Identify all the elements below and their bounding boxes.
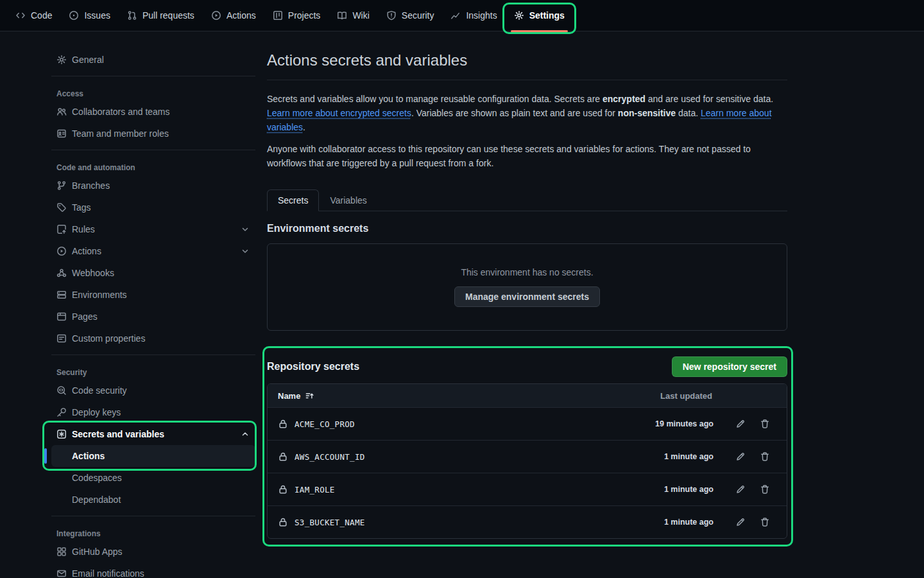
sidebar-item-custom-properties[interactable]: Custom properties	[51, 328, 255, 349]
nav-tab-label: Code	[31, 10, 52, 21]
sidebar-item-label: Dependabot	[72, 495, 121, 505]
tab-variables[interactable]: Variables	[319, 189, 377, 211]
mail-icon	[56, 568, 67, 578]
sidebar-item-webhooks[interactable]: Webhooks	[51, 262, 255, 284]
nav-tab-wiki[interactable]: Wiki	[330, 0, 375, 31]
secret-row: S3_BUCKET_NAME 1 minute ago	[268, 505, 787, 538]
settings-sidebar: General Access Collaborators and teams T…	[51, 49, 255, 578]
pencil-icon	[735, 484, 746, 495]
nav-tab-projects[interactable]: Projects	[266, 0, 327, 31]
emphasized-text: encrypted	[603, 94, 646, 104]
secret-row: AWS_ACCOUNT_ID 1 minute ago	[268, 440, 787, 473]
gear-icon	[56, 55, 67, 65]
repository-secrets-heading: Repository secrets	[267, 361, 359, 372]
note-icon	[56, 333, 67, 344]
emphasized-text: non-sensitive	[618, 108, 676, 118]
nav-tab-settings[interactable]: Settings	[508, 0, 571, 31]
sidebar-section-code-and-automation: Code and automation	[51, 155, 255, 175]
nav-tab-label: Insights	[466, 10, 497, 21]
graph-icon	[450, 10, 461, 21]
delete-secret-button[interactable]	[760, 517, 770, 527]
play-icon	[56, 246, 67, 256]
nav-tab-label: Pull requests	[142, 10, 194, 21]
pencil-icon	[735, 517, 746, 527]
sidebar-item-email-notifications[interactable]: Email notifications	[51, 563, 255, 578]
nav-tab-issues[interactable]: Issues	[62, 0, 116, 31]
sidebar-item-tags[interactable]: Tags	[51, 197, 255, 218]
edit-secret-button[interactable]	[735, 517, 746, 527]
secret-updated: 19 minutes ago	[655, 419, 714, 428]
sidebar-subitem-actions[interactable]: Actions	[51, 445, 255, 467]
column-name: Name	[278, 391, 314, 401]
code-icon	[15, 10, 26, 21]
active-tab-underline	[511, 30, 568, 32]
page-title: Actions secrets and variables	[267, 49, 787, 80]
codescan-icon	[56, 385, 67, 396]
sidebar-item-rules[interactable]: Rules	[51, 218, 255, 240]
nav-tab-actions[interactable]: Actions	[205, 0, 262, 31]
chevron-down-icon[interactable]	[240, 224, 250, 234]
secret-row-actions: 1 minute ago	[664, 517, 776, 527]
edit-secret-button[interactable]	[735, 484, 746, 495]
nav-tab-pull-requests[interactable]: Pull requests	[121, 0, 201, 31]
secret-row: ACME_CO_PROD 19 minutes ago	[268, 407, 787, 440]
lock-icon	[278, 517, 288, 527]
secrets-and-variables-group: Secrets and variables Actions	[51, 423, 255, 467]
nav-tab-label: Wiki	[352, 10, 369, 21]
nav-tab-label: Security	[402, 10, 434, 21]
secret-row-actions: 19 minutes ago	[655, 419, 776, 429]
delete-secret-button[interactable]	[760, 419, 770, 429]
sidebar-subitem-codespaces[interactable]: Codespaces	[51, 467, 255, 489]
sidebar-item-pages[interactable]: Pages	[51, 306, 255, 328]
sort-ascending-icon[interactable]	[305, 391, 314, 401]
shield-icon	[386, 10, 397, 21]
sidebar-divider	[51, 76, 255, 76]
sidebar-item-github-apps[interactable]: GitHub Apps	[51, 541, 255, 563]
sidebar-item-label: Rules	[72, 224, 95, 234]
delete-secret-button[interactable]	[760, 484, 770, 495]
secret-row-actions: 1 minute ago	[664, 484, 776, 495]
tab-secrets[interactable]: Secrets	[267, 189, 319, 211]
sidebar-item-deploy-keys[interactable]: Deploy keys	[51, 401, 255, 423]
secret-name: ACME_CO_PROD	[295, 419, 355, 429]
sidebar-divider	[51, 355, 255, 355]
sidebar-divider	[51, 150, 255, 150]
nav-tab-label: Actions	[227, 10, 256, 21]
nav-tab-security[interactable]: Security	[380, 0, 441, 31]
repo-tab-bar: Code Issues Pull requests Actions Projec…	[0, 0, 924, 31]
sidebar-item-general[interactable]: General	[51, 49, 255, 71]
trash-icon	[760, 517, 770, 527]
column-last-updated-label: Last updated	[660, 391, 712, 401]
manage-environment-secrets-button[interactable]: Manage environment secrets	[454, 286, 600, 307]
selected-indicator-bar	[44, 448, 47, 464]
sidebar-item-actions[interactable]: Actions	[51, 240, 255, 262]
environment-empty-text: This environment has no secrets.	[461, 267, 593, 277]
nav-tab-code[interactable]: Code	[9, 0, 58, 31]
sidebar-item-secrets-and-variables[interactable]: Secrets and variables	[51, 423, 255, 445]
edit-secret-button[interactable]	[735, 419, 746, 429]
sidebar-item-label: GitHub Apps	[72, 547, 123, 557]
sidebar-item-code-security[interactable]: Code security	[51, 380, 255, 401]
secret-row: IAM_ROLE 1 minute ago	[268, 473, 787, 505]
chevron-up-icon[interactable]	[240, 429, 250, 439]
sidebar-item-branches[interactable]: Branches	[51, 175, 255, 197]
edit-secret-button[interactable]	[735, 451, 746, 462]
sidebar-item-label: Deploy keys	[72, 407, 121, 417]
secret-updated: 1 minute ago	[664, 485, 714, 494]
sidebar-item-label: Environments	[72, 290, 127, 300]
new-repository-secret-button[interactable]: New repository secret	[672, 356, 787, 377]
nav-tab-label: Projects	[288, 10, 321, 21]
sidebar-item-team-and-member-roles[interactable]: Team and member roles	[51, 123, 255, 144]
nav-tab-insights[interactable]: Insights	[444, 0, 503, 31]
git-branch-icon	[56, 180, 67, 191]
delete-secret-button[interactable]	[760, 451, 770, 462]
sidebar-item-label: Team and member roles	[72, 128, 169, 139]
sidebar-item-label: Email notifications	[72, 568, 144, 578]
sidebar-subitem-dependabot[interactable]: Dependabot	[51, 489, 255, 511]
people-icon	[56, 107, 67, 117]
chevron-down-icon[interactable]	[240, 246, 250, 256]
sidebar-item-environments[interactable]: Environments	[51, 284, 255, 306]
learn-more-link[interactable]: Learn more about encrypted secrets	[267, 108, 411, 118]
sidebar-item-collaborators-and-teams[interactable]: Collaborators and teams	[51, 101, 255, 123]
environment-secrets-panel: This environment has no secrets. Manage …	[267, 243, 787, 331]
